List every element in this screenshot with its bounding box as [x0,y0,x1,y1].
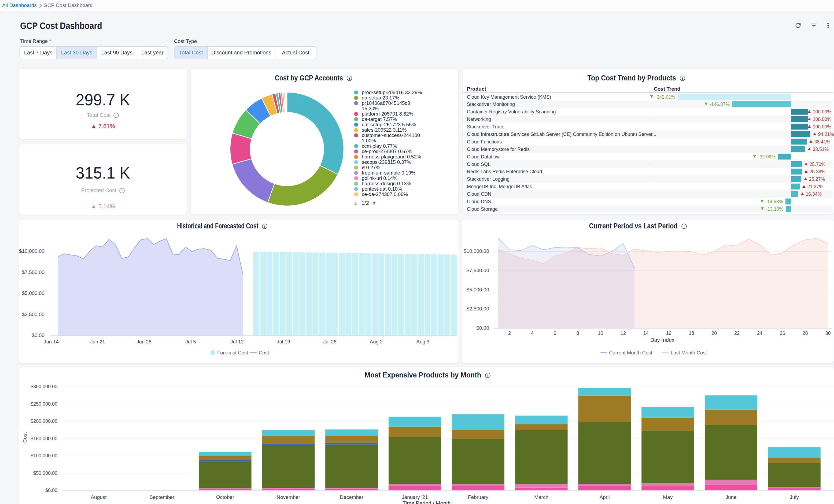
svg-text:10: 10 [598,331,603,336]
svg-text:Stackdriver Trace: Stackdriver Trace [467,124,504,130]
svg-text:Time Period / Month: Time Period / Month [402,500,451,504]
svg-text:golink-url 0.14%: golink-url 0.14% [362,175,397,181]
svg-text:Jul 19: Jul 19 [277,339,290,345]
svg-text:22: 22 [734,331,740,336]
svg-text:15.20%: 15.20% [362,106,379,111]
svg-text:April: April [599,494,610,500]
svg-text:Stackdriver Monitoring: Stackdriver Monitoring [467,102,515,107]
svg-text:25.27%: 25.27% [809,176,825,182]
svg-text:$0.00: $0.00 [45,488,58,493]
svg-text:Container Registry Vulnerabili: Container Registry Vulnerability Scannin… [467,109,556,114]
svg-text:$300,000.00: $300,000.00 [30,384,58,389]
svg-text:August: August [91,494,107,500]
svg-text:$2,500.00: $2,500.00 [466,306,489,311]
svg-text:sales-209522 3.11%: sales-209522 3.11% [362,127,407,133]
svg-text:Cost Trend: Cost Trend [654,86,680,92]
svg-text:October: October [216,494,234,500]
svg-text:September: September [149,494,175,500]
svg-text:18: 18 [689,331,694,336]
svg-text:$50,000.00: $50,000.00 [33,470,58,476]
svg-text:June: June [725,494,737,500]
svg-text:July: July [790,494,799,500]
svg-text:$150,000.00: $150,000.00 [30,436,58,441]
svg-text:February: February [468,494,489,500]
svg-text:ccm-play 0.77%: ccm-play 0.77% [362,143,397,149]
svg-text:26: 26 [780,331,785,336]
svg-text:pr10406a87045145c3: pr10406a87045145c3 [362,100,410,106]
svg-text:Cloud Memorystore for Redis: Cloud Memorystore for Redis [467,147,530,152]
svg-text:ce-qa-274307 0.06%: ce-qa-274307 0.06% [362,192,408,197]
svg-text:Cloud CDN: Cloud CDN [467,192,491,197]
svg-text:Current Month Cost: Current Month Cost [609,350,652,355]
svg-text:$7,500.00: $7,500.00 [22,269,45,275]
svg-text:20: 20 [711,331,717,336]
svg-text:$5,000.00: $5,000.00 [22,290,45,296]
svg-text:24: 24 [757,331,762,336]
svg-text:pentest-uat 0.10%: pentest-uat 0.10% [362,186,402,192]
svg-text:38.41%: 38.41% [814,139,830,145]
svg-text:Cloud DNS: Cloud DNS [467,199,491,204]
svg-text:1.00%: 1.00% [362,138,376,144]
svg-text:ø 0.27%: ø 0.27% [362,165,380,170]
svg-text:harness-design 0.13%: harness-design 0.13% [362,181,411,186]
svg-text:$10,000.00: $10,000.00 [464,248,489,254]
svg-text:$0.00: $0.00 [31,332,45,338]
svg-text:qa-target 7.57%: qa-target 7.57% [362,116,397,122]
svg-text:MongoDB Inc. MongoDB Atlas: MongoDB Inc. MongoDB Atlas [467,184,532,189]
svg-text:Redis Labs Redis Enterprise Cl: Redis Labs Redis Enterprise Cloud [467,169,542,174]
svg-text:ce-prod-274307 0.67%: ce-prod-274307 0.67% [362,149,412,154]
svg-text:Aug 9: Aug 9 [416,339,429,345]
svg-text:16.34%: 16.34% [806,192,822,197]
svg-text:Forecast Cost: Forecast Cost [217,350,248,355]
svg-text:Jun 14: Jun 14 [44,339,59,345]
svg-text:Cost: Cost [22,432,28,443]
svg-text:Cloud Functions: Cloud Functions [467,139,502,145]
svg-text:Cloud SQL: Cloud SQL [467,162,490,167]
svg-text:2: 2 [508,331,511,336]
svg-text:30: 30 [825,331,831,336]
svg-text:94.21%: 94.21% [818,132,834,137]
svg-text:▼: ▼ [371,200,377,206]
svg-text:8: 8 [576,331,579,336]
svg-text:January '21: January '21 [402,494,428,500]
svg-text:Jun 21: Jun 21 [90,339,105,345]
svg-text:platform-205701 8.82%: platform-205701 8.82% [362,111,413,117]
svg-text:Cloud Key Management Service (: Cloud Key Management Service (KMS) [467,94,551,100]
svg-text:▲: ▲ [353,200,358,206]
svg-text:prod-setup-205416 32.29%: prod-setup-205416 32.29% [362,90,422,95]
svg-text:secops-239815 0.37%: secops-239815 0.37% [362,159,411,165]
svg-text:December: December [340,494,364,500]
svg-text:March: March [534,494,548,500]
svg-text:Jun 28: Jun 28 [136,339,152,345]
svg-text:Networking: Networking [467,117,491,122]
svg-text:Jul 5: Jul 5 [185,339,196,345]
svg-text:Aug 2: Aug 2 [370,339,383,345]
svg-text:-342.01%: -342.01% [655,94,675,100]
svg-text:1/2: 1/2 [361,200,369,206]
svg-text:Jul 12: Jul 12 [231,339,243,345]
svg-text:November: November [277,494,300,500]
svg-text:-146.37%: -146.37% [709,102,730,107]
svg-text:16: 16 [666,331,672,336]
svg-text:100.00%: 100.00% [813,109,831,114]
svg-text:$200,000.00: $200,000.00 [30,418,58,424]
svg-text:Day Index: Day Index [650,337,675,343]
svg-text:21.37%: 21.37% [808,184,823,189]
svg-text:Cloud Infrastructure Services: Cloud Infrastructure Services GitLab Ser… [467,132,656,137]
svg-text:Jul 26: Jul 26 [323,339,336,345]
svg-text:28: 28 [803,331,808,336]
svg-text:Cost: Cost [259,350,269,355]
svg-text:100.00%: 100.00% [813,124,831,130]
svg-text:-13.19%: -13.19% [766,206,783,212]
svg-text:Product: Product [467,86,486,92]
svg-text:33.51%: 33.51% [813,147,829,152]
svg-text:$7,500.00: $7,500.00 [466,267,489,273]
svg-text:$250,000.00: $250,000.00 [30,401,58,407]
svg-text:freemium-sample 0.19%: freemium-sample 0.19% [362,170,416,176]
svg-text:-14.53%: -14.53% [766,199,783,204]
svg-text:25.70%: 25.70% [810,162,826,167]
svg-text:-32.06%: -32.06% [758,154,775,159]
svg-text:Stackdriver Logging: Stackdriver Logging [467,176,509,182]
svg-text:100.00%: 100.00% [813,117,831,122]
svg-text:uat-setup-261723 5.55%: uat-setup-261723 5.55% [362,122,416,127]
